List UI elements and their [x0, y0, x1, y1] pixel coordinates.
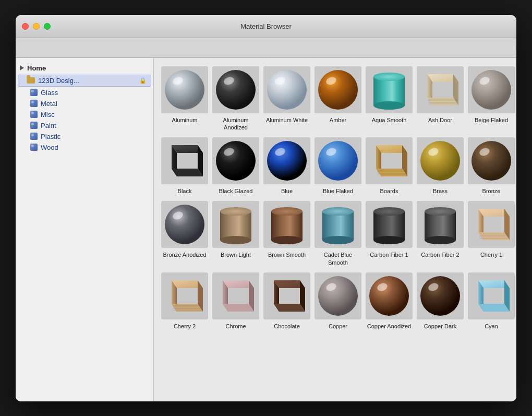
- material-cell[interactable]: Blue Flaked: [313, 135, 362, 197]
- maximize-button[interactable]: [44, 23, 51, 30]
- material-cell[interactable]: Aluminum Anodized: [211, 64, 260, 134]
- svg-point-34: [216, 141, 256, 181]
- svg-marker-32: [172, 169, 203, 176]
- material-label: Aluminum White: [266, 116, 308, 124]
- material-thumbnail: [468, 137, 515, 184]
- material-label: Brown Smooth: [268, 251, 306, 258]
- materials-grid: AluminumAluminum AnodizedAluminum WhiteA…: [160, 64, 510, 332]
- material-cell[interactable]: Ash Door: [416, 64, 465, 134]
- material-thumbnail: [417, 272, 464, 319]
- material-thumbnail: [417, 137, 464, 184]
- material-thumbnail: [212, 272, 259, 319]
- material-cell[interactable]: Bronze Anodized: [160, 199, 209, 268]
- material-cell[interactable]: Chocolate: [262, 270, 311, 332]
- material-cell[interactable]: Blue: [262, 135, 311, 197]
- svg-rect-69: [322, 211, 354, 240]
- material-thumbnail: [315, 66, 361, 113]
- sidebar-plastic-label: Plastic: [41, 133, 61, 140]
- material-cell[interactable]: Black: [160, 135, 209, 197]
- material-cell[interactable]: Cyan: [467, 270, 516, 332]
- folder-label: 123D Desig...: [38, 77, 79, 85]
- material-thumbnail: [468, 201, 515, 248]
- sidebar-item-glass[interactable]: Glass: [16, 87, 153, 98]
- material-cell[interactable]: Black Glazed: [211, 135, 260, 197]
- material-cell[interactable]: Amber: [313, 64, 362, 134]
- svg-point-71: [322, 207, 354, 216]
- material-cell[interactable]: Copper Dark: [416, 270, 465, 332]
- material-thumbnail: [212, 137, 259, 184]
- material-label: Ash Door: [428, 116, 452, 124]
- material-label: Bronze Anodized: [163, 251, 206, 258]
- content-area: Home 123D Desig... 🔒 Glass Metal Misc: [16, 58, 516, 401]
- material-cell[interactable]: Carbon Fiber 2: [416, 199, 465, 268]
- svg-point-52: [420, 141, 460, 181]
- sidebar-item-paint[interactable]: Paint: [16, 120, 153, 131]
- material-label: Copper Anodized: [367, 323, 411, 330]
- material-cell[interactable]: Cadet Blue Smooth: [313, 199, 362, 268]
- material-thumbnail: [468, 272, 515, 319]
- svg-point-63: [220, 207, 251, 216]
- minimize-button[interactable]: [33, 23, 40, 30]
- material-cell[interactable]: Brown Light: [211, 199, 260, 268]
- svg-marker-121: [478, 304, 510, 312]
- svg-point-109: [318, 276, 358, 316]
- material-icon: [30, 100, 38, 107]
- material-cell[interactable]: Cherry 2: [160, 270, 209, 332]
- material-label: Brown Light: [221, 251, 251, 258]
- svg-point-26: [471, 70, 511, 110]
- material-icon: [30, 111, 38, 118]
- material-thumbnail: [263, 201, 310, 248]
- material-thumbnail: [263, 272, 310, 319]
- material-cell[interactable]: Cherry 1: [467, 199, 516, 268]
- material-label: Brass: [433, 187, 448, 195]
- svg-point-78: [425, 236, 456, 244]
- material-cell[interactable]: Bronze: [467, 135, 516, 197]
- svg-point-15: [373, 73, 405, 81]
- svg-point-74: [373, 236, 405, 244]
- svg-marker-46: [376, 169, 407, 176]
- svg-point-4: [216, 70, 256, 110]
- material-cell[interactable]: Copper Anodized: [365, 270, 414, 332]
- sidebar-item-misc[interactable]: Misc: [16, 109, 153, 120]
- material-thumbnail: [417, 66, 464, 113]
- material-label: Cherry 2: [174, 323, 196, 330]
- material-cell[interactable]: Brass: [416, 135, 465, 197]
- material-cell[interactable]: Beige Flaked: [467, 64, 516, 134]
- material-label: Chrome: [225, 323, 246, 330]
- material-thumbnail: [263, 66, 310, 113]
- sidebar-item-plastic[interactable]: Plastic: [16, 131, 153, 142]
- material-thumbnail: [417, 201, 464, 248]
- svg-rect-61: [220, 211, 251, 240]
- material-cell[interactable]: Aluminum White: [262, 64, 311, 134]
- svg-point-10: [318, 70, 358, 110]
- sidebar-misc-label: Misc: [41, 111, 55, 118]
- material-label: Black Glazed: [219, 187, 253, 195]
- material-label: Black: [178, 187, 192, 195]
- sidebar-wood-label: Wood: [41, 144, 58, 151]
- material-thumbnail: [366, 201, 413, 248]
- sidebar-item-wood[interactable]: Wood: [16, 142, 153, 153]
- sidebar: Home 123D Desig... 🔒 Glass Metal Misc: [16, 58, 154, 401]
- close-button[interactable]: [22, 23, 29, 30]
- svg-point-58: [165, 205, 204, 244]
- sidebar-paint-label: Paint: [41, 122, 56, 129]
- sidebar-item-metal[interactable]: Metal: [16, 98, 153, 109]
- material-cell[interactable]: Boards: [365, 135, 414, 197]
- material-cell[interactable]: Brown Smooth: [262, 199, 311, 268]
- svg-point-79: [425, 207, 456, 216]
- svg-point-66: [271, 236, 303, 244]
- svg-point-67: [271, 207, 303, 216]
- material-label: Carbon Fiber 1: [370, 251, 408, 258]
- sidebar-folder[interactable]: 123D Desig... 🔒: [18, 75, 151, 87]
- svg-point-40: [318, 141, 358, 181]
- material-cell[interactable]: Aluminum: [160, 64, 209, 134]
- svg-point-75: [373, 207, 405, 216]
- title-bar: Material Browser: [16, 15, 516, 38]
- material-label: Chocolate: [274, 323, 300, 330]
- material-cell[interactable]: Chrome: [211, 270, 260, 332]
- material-cell[interactable]: Copper: [313, 270, 362, 332]
- material-cell[interactable]: Carbon Fiber 1: [365, 199, 414, 268]
- material-cell[interactable]: Aqua Smooth: [365, 64, 414, 134]
- material-label: Aluminum: [172, 116, 198, 124]
- traffic-lights: [22, 23, 51, 30]
